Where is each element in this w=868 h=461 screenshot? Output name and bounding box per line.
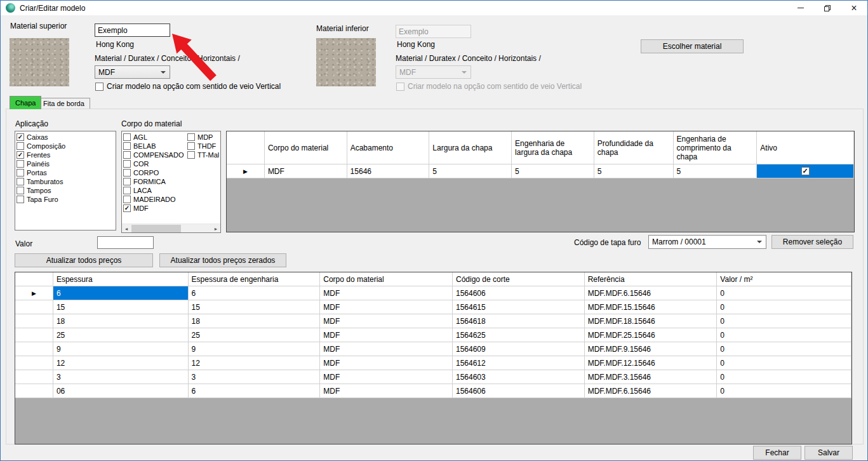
column-header-valor-m[interactable]: Valor / m² <box>717 272 851 286</box>
grid-cell[interactable]: MDF <box>320 300 453 314</box>
checkbox-icon[interactable] <box>17 187 24 194</box>
espessura-grid-row[interactable]: 066MDF1564606MDF.MDF.6.156460 <box>15 384 851 398</box>
checkbox-icon[interactable] <box>123 133 131 141</box>
grid-cell[interactable]: MDF.MDF.9.15646 <box>585 342 718 356</box>
checklist-item-compensado[interactable]: COMPENSADO <box>123 150 187 159</box>
grid-cell[interactable]: 5 <box>594 164 674 178</box>
checkbox-icon[interactable] <box>123 187 131 194</box>
column-header-acabamento[interactable]: Acabamento <box>347 131 430 164</box>
grid-cell[interactable]: 0 <box>717 314 851 328</box>
checklist-item-tamburatos[interactable]: Tamburatos <box>17 177 116 186</box>
checkbox-icon[interactable] <box>17 196 24 203</box>
grid-cell[interactable]: 25 <box>189 328 321 342</box>
grid-cell[interactable]: 1564625 <box>453 328 585 342</box>
grid-cell[interactable]: MDF.MDF.18.15646 <box>585 314 718 328</box>
checklist-item-madeirado[interactable]: MADEIRADO <box>123 195 187 204</box>
escolher-material-button[interactable]: Escolher material <box>641 39 744 53</box>
checkbox-icon[interactable] <box>123 151 131 159</box>
column-header-largura-da-chapa[interactable]: Largura da chapa <box>429 131 512 164</box>
column-header-corpo-do-material[interactable]: Corpo do material <box>320 272 453 286</box>
checklist-item-agl[interactable]: AGL <box>123 133 187 142</box>
row-selector[interactable]: ▶ <box>227 164 265 178</box>
espessura-grid-row[interactable]: 1515MDF1564615MDF.MDF.15.156460 <box>15 300 851 314</box>
grid-cell[interactable]: 0 <box>717 300 851 314</box>
restore-button[interactable] <box>814 1 841 15</box>
espessura-grid-row[interactable]: 2525MDF1564625MDF.MDF.25.156460 <box>15 328 851 342</box>
grid-cell[interactable]: 3 <box>189 370 321 384</box>
row-selector-header[interactable] <box>227 131 265 164</box>
grid-cell[interactable]: MDF <box>320 314 453 328</box>
checklist-item-cor[interactable]: COR <box>123 159 187 168</box>
tab-chapa[interactable]: Chapa <box>10 96 41 109</box>
row-selector[interactable] <box>15 328 53 342</box>
chapa-grid-row[interactable]: ▶MDF156465555 <box>227 164 854 178</box>
salvar-button[interactable]: Salvar <box>805 446 853 460</box>
checklist-item-composi-o[interactable]: Composição <box>17 142 116 150</box>
grid-cell[interactable]: MDF.MDF.6.15646 <box>585 384 718 398</box>
checkbox-icon[interactable] <box>17 160 24 168</box>
checkbox-icon[interactable] <box>123 169 131 177</box>
row-selector[interactable] <box>15 300 53 314</box>
grid-cell[interactable]: 1564612 <box>453 356 585 370</box>
checkbox-icon[interactable] <box>123 204 131 212</box>
grid-cell[interactable]: 1564606 <box>453 286 585 300</box>
row-selector-header[interactable] <box>15 272 53 286</box>
grid-cell[interactable]: MDF <box>320 328 453 342</box>
grid-cell[interactable]: 9 <box>53 342 189 356</box>
row-selector[interactable] <box>15 384 53 398</box>
checklist-item-corpo[interactable]: CORPO <box>123 168 187 177</box>
ativo-checkbox[interactable] <box>801 167 810 175</box>
checkbox-icon[interactable] <box>123 178 131 185</box>
checkbox-icon[interactable] <box>187 133 195 141</box>
scroll-left-arrow-icon[interactable]: ◄ <box>122 224 131 233</box>
row-selector[interactable] <box>15 356 53 370</box>
grid-cell[interactable]: 0 <box>717 356 851 370</box>
checklist-item-mdp[interactable]: MDP <box>187 133 220 142</box>
grid-cell[interactable]: MDF.MDF.12.15646 <box>585 356 718 370</box>
grid-cell[interactable]: MDF.MDF.25.15646 <box>585 328 718 342</box>
grid-cell[interactable]: 5 <box>512 164 594 178</box>
column-header-refer-ncia[interactable]: Referência <box>585 272 718 286</box>
grid-cell[interactable]: 6 <box>189 286 321 300</box>
column-header-c-digo-de-corte[interactable]: Código de corte <box>453 272 585 286</box>
checklist-item-mdf[interactable]: MDF <box>123 204 187 213</box>
grid-cell[interactable]: 9 <box>189 342 321 356</box>
grid-cell[interactable]: 1564603 <box>453 370 585 384</box>
checklist-item-frentes[interactable]: Frentes <box>17 150 116 159</box>
grid-cell[interactable]: 3 <box>53 370 189 384</box>
close-button[interactable]: × <box>841 1 867 15</box>
material-superior-name-input[interactable] <box>95 23 170 37</box>
checkbox-icon[interactable] <box>17 133 24 141</box>
horizontal-scrollbar[interactable]: ◄ ► <box>122 224 220 232</box>
checklist-item-tapa-furo[interactable]: Tapa Furo <box>17 195 116 204</box>
row-selector[interactable] <box>15 342 53 356</box>
espessura-grid-row[interactable]: ▶66MDF1564606MDF.MDF.6.156460 <box>15 286 851 300</box>
grid-cell[interactable]: 06 <box>53 384 189 398</box>
atualizar-todos-precos-button[interactable]: Atualizar todos preços <box>15 253 153 267</box>
fechar-button[interactable]: Fechar <box>753 446 801 460</box>
grid-cell[interactable]: 1564609 <box>453 342 585 356</box>
checkbox-icon[interactable] <box>187 142 195 150</box>
scroll-right-arrow-icon[interactable]: ► <box>211 224 220 233</box>
column-header-profundidade-da-chapa[interactable]: Profundidade da chapa <box>594 131 674 164</box>
checkbox-icon[interactable] <box>95 83 103 91</box>
valor-input[interactable] <box>97 236 154 249</box>
grid-cell[interactable]: MDF <box>320 356 453 370</box>
checkbox-icon[interactable] <box>123 196 131 203</box>
grid-cell[interactable]: 5 <box>674 164 758 178</box>
grid-cell[interactable]: 0 <box>717 328 851 342</box>
checklist-item-tampos[interactable]: Tampos <box>17 186 116 195</box>
minimize-button[interactable] <box>787 1 814 15</box>
grid-cell[interactable]: 12 <box>53 356 189 370</box>
grid-cell[interactable]: 6 <box>189 384 321 398</box>
grid-cell[interactable]: 5 <box>429 164 512 178</box>
espessura-grid-row[interactable]: 33MDF1564603MDF.MDF.3.156460 <box>15 370 851 384</box>
column-header-corpo-do-material[interactable]: Corpo do material <box>265 131 347 164</box>
column-header-espessura[interactable]: Espessura <box>53 272 189 286</box>
checklist-item-pain-is[interactable]: Painéis <box>17 159 116 168</box>
checkbox-icon[interactable] <box>123 142 131 150</box>
grid-cell[interactable]: 12 <box>189 356 321 370</box>
checklist-item-portas[interactable]: Portas <box>17 168 116 177</box>
checklist-item-caixas[interactable]: Caixas <box>17 133 116 142</box>
codigo-tapa-furo-dropdown[interactable]: Marrom / 00001 <box>648 235 766 249</box>
